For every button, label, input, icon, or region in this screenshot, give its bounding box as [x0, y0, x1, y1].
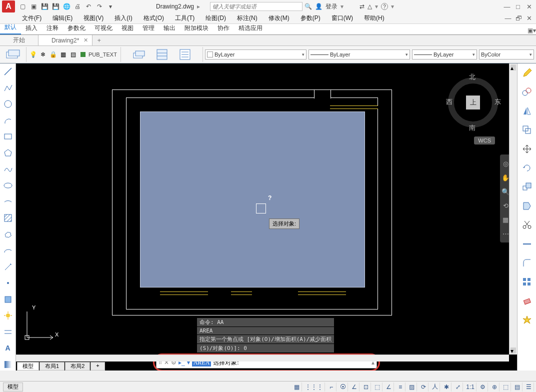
layer-properties-icon[interactable] — [2, 47, 24, 62]
binoculars-icon[interactable]: 🔍 — [304, 3, 312, 10]
ellipse-arc-tool-icon[interactable] — [2, 196, 14, 208]
layer-lock-icon[interactable]: 🔒 — [48, 50, 58, 59]
mdi-minimize[interactable]: — — [503, 14, 513, 22]
plot-icon[interactable]: 🖨 — [73, 2, 82, 11]
stretch-icon[interactable] — [520, 198, 534, 214]
rotate-icon[interactable] — [520, 160, 534, 176]
ortho-toggle-icon[interactable]: ⌐ — [326, 382, 336, 392]
ray-tool-icon[interactable] — [2, 260, 14, 273]
quick-properties-icon[interactable]: ▤ — [512, 382, 522, 392]
menu-参数[interactable]: 参数(P) — [298, 13, 324, 24]
polyline-tool-icon[interactable] — [2, 82, 14, 94]
multiline-tool-icon[interactable] — [2, 326, 14, 338]
menu-插入[interactable]: 插入(I) — [112, 13, 135, 24]
layout-tab-add[interactable]: + — [90, 362, 104, 370]
minimize-button[interactable]: — — [502, 2, 512, 10]
saveas-icon[interactable]: 💾 — [51, 2, 60, 11]
login-link[interactable]: 登录 — [326, 2, 338, 11]
isodraft-icon[interactable]: ∠ — [350, 382, 360, 392]
osnap-toggle-icon[interactable]: ⊡ — [361, 382, 371, 392]
polygon-tool-icon[interactable] — [2, 147, 14, 160]
menu-绘图[interactable]: 绘图(D) — [202, 13, 229, 24]
3dosnap-icon[interactable]: ⬚ — [372, 382, 382, 392]
match-properties-icon[interactable] — [128, 47, 150, 62]
trim-icon[interactable] — [520, 218, 534, 232]
layout-tab-1[interactable]: 布局1 — [40, 362, 64, 370]
grid-toggle-icon[interactable]: ▦ — [292, 382, 302, 392]
circle-tool-icon[interactable] — [2, 98, 14, 110]
save-icon[interactable]: 💾 — [40, 2, 49, 11]
menu-编辑[interactable]: 编辑(E) — [50, 13, 76, 24]
copy-icon[interactable] — [520, 84, 534, 100]
transparency-icon[interactable]: ▨ — [407, 382, 417, 392]
hatch-tool-icon[interactable] — [2, 212, 14, 224]
point-tool-icon[interactable] — [2, 277, 14, 290]
file-tab-1[interactable]: Drawing2*✕ — [38, 35, 92, 46]
rectangle-tool-icon[interactable] — [2, 130, 14, 143]
undo-icon[interactable]: ↶ — [84, 2, 93, 11]
annotation-monitor-icon[interactable]: ⊕ — [490, 382, 500, 392]
lineweight-combo[interactable]: ByLayer▾ — [412, 50, 477, 60]
revcloud-tool-icon[interactable] — [2, 228, 14, 240]
qat-more-icon[interactable]: ▾ — [106, 2, 115, 11]
block-insert-icon[interactable] — [2, 293, 14, 306]
maximize-button[interactable]: □ — [513, 2, 523, 10]
fillet-icon[interactable] — [520, 256, 534, 270]
wcs-badge[interactable]: WCS — [474, 136, 495, 144]
app-store-icon[interactable]: △ — [368, 3, 372, 10]
menu-视图[interactable]: 视图(V) — [80, 13, 106, 24]
erase-icon[interactable] — [520, 294, 534, 308]
mdi-restore[interactable]: 🗗 — [514, 14, 524, 22]
arc-tool-icon[interactable] — [2, 114, 14, 127]
mdi-close[interactable]: ✕ — [524, 14, 534, 22]
menu-标注[interactable]: 标注(N) — [234, 13, 260, 24]
open-icon[interactable]: ▣ — [29, 2, 38, 11]
help-icon[interactable]: ? — [381, 3, 388, 10]
otrack-icon[interactable]: ∠ — [384, 382, 394, 392]
menu-修改[interactable]: 修改(M) — [266, 13, 292, 24]
annotation-visibility-icon[interactable]: ✱ — [442, 382, 452, 392]
text-tool-icon[interactable]: A — [2, 342, 14, 354]
list-icon[interactable] — [174, 47, 196, 62]
menu-工具[interactable]: 工具(T) — [172, 13, 198, 24]
ellipse-tool-icon[interactable] — [2, 180, 14, 192]
plotstyle-combo[interactable]: ByColor▾ — [479, 50, 534, 60]
horizontal-scrollbar[interactable] — [16, 354, 509, 362]
explode-icon[interactable] — [520, 312, 534, 328]
menu-帮助[interactable]: 帮助(H) — [361, 13, 388, 24]
scale-label[interactable]: 1:1 — [464, 382, 476, 392]
spline-tool-icon[interactable] — [2, 163, 14, 176]
polar-toggle-icon[interactable]: ⦿ — [338, 382, 348, 392]
model-space-button[interactable]: 模型 — [3, 382, 23, 392]
menu-窗口[interactable]: 窗口(W) — [328, 13, 356, 24]
properties-icon[interactable] — [151, 47, 173, 62]
units-icon[interactable]: ⬚ — [501, 382, 511, 392]
layer-freeze-icon[interactable]: ❄ — [38, 50, 48, 59]
layer-state-icon[interactable]: ▤ — [68, 50, 78, 59]
snap-toggle-icon[interactable]: ⋮⋮⋮ — [304, 382, 325, 392]
new-icon[interactable]: ▢ — [18, 2, 27, 11]
view-cube[interactable]: 上 北 南 西 东 — [443, 72, 503, 132]
app-logo[interactable]: A — [2, 0, 15, 12]
layout-tab-2[interactable]: 布局2 — [65, 362, 90, 370]
layer-isolate-icon[interactable]: ▦ — [58, 50, 68, 59]
redo-icon[interactable]: ↷ — [95, 2, 104, 11]
workspace-switch-icon[interactable]: ⚙ — [478, 382, 488, 392]
layer-color-icon[interactable] — [78, 50, 88, 59]
menu-格式[interactable]: 格式(O) — [140, 13, 167, 24]
color-combo[interactable]: ByLayer▾ — [205, 50, 306, 60]
search-input[interactable] — [210, 2, 302, 11]
close-button[interactable]: ✕ — [524, 2, 534, 10]
drawing-canvas[interactable]: ? 选择对象: 上 北 南 西 东 WCS ◎ ✋ 🔍 ⟲ ▦ ⋯ Y X 命令… — [16, 64, 517, 370]
array-icon[interactable] — [520, 274, 534, 290]
file-tab-close[interactable]: ✕ — [84, 37, 88, 44]
linetype-combo[interactable]: ByLayer▾ — [308, 50, 410, 60]
light-icon[interactable] — [2, 310, 14, 322]
offset-icon[interactable] — [520, 122, 534, 138]
menu-文件[interactable]: 文件(F) — [19, 13, 44, 24]
customization-icon[interactable]: ☰ — [524, 382, 534, 392]
ribbon-collapse-icon[interactable]: ▣▾ — [527, 26, 536, 34]
scale-icon[interactable] — [520, 180, 534, 194]
file-tab-add[interactable]: + — [92, 36, 106, 46]
gradient-tool-icon[interactable] — [2, 358, 14, 371]
